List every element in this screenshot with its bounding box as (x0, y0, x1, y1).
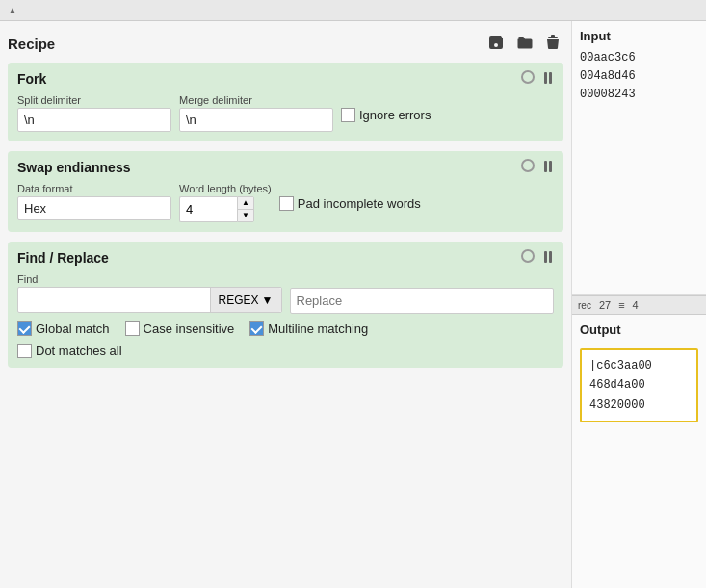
spinner-buttons: ▲ ▼ (237, 196, 254, 222)
input-line-2: 004a8d46 (580, 67, 698, 86)
word-length-group: Word length (bytes) ▲ ▼ (179, 183, 272, 222)
status-bar: rec 27 ≡ 4 (572, 295, 706, 315)
rec-value: 27 (599, 299, 611, 311)
swap-header: Swap endianness (17, 159, 554, 175)
pause-icon-swap (544, 161, 552, 172)
find-replace-inputs: Find REGEX ▼ (17, 273, 554, 314)
output-line-2: 468d4a00 (589, 375, 689, 395)
circle-icon (521, 70, 535, 84)
input-line-1: 00aac3c6 (580, 49, 698, 67)
ignore-errors-label[interactable]: Ignore errors (359, 108, 431, 122)
fork-title: Fork (17, 71, 46, 87)
replace-wrapper (290, 273, 555, 314)
data-format-group: Data format (17, 183, 171, 220)
split-label: Split delimiter (17, 94, 171, 106)
recipe-toolbar (484, 33, 563, 55)
find-replace-section: Find / Replace Find (8, 242, 563, 368)
find-replace-header: Find / Replace (17, 249, 554, 266)
pad-incomplete-row: Pad incomplete words (279, 196, 421, 211)
word-length-input[interactable] (179, 196, 237, 222)
ignore-errors-checkbox[interactable] (341, 108, 355, 122)
pad-incomplete-checkbox[interactable] (279, 196, 294, 211)
word-length-spinner: ▲ ▼ (179, 196, 272, 222)
pause-icon (544, 72, 552, 84)
swap-controls (519, 159, 554, 175)
col-icon: ≡ (618, 299, 624, 311)
data-format-input[interactable] (17, 196, 171, 220)
global-match-label[interactable]: Global match (36, 321, 110, 336)
find-replace-controls (519, 249, 554, 266)
find-input-row: REGEX ▼ (17, 287, 282, 313)
delete-button[interactable] (542, 33, 563, 55)
right-panel: Input 00aac3c6 004a8d46 00008243 rec 27 … (571, 21, 706, 588)
input-title: Input (580, 29, 698, 43)
find-text-input[interactable] (18, 288, 210, 312)
col-value: 4 (633, 299, 639, 311)
save-button[interactable] (484, 33, 508, 55)
spinner-up[interactable]: ▲ (238, 197, 253, 210)
split-delimiter-group: Split delimiter (17, 94, 171, 132)
input-content: 00aac3c6 004a8d46 00008243 (580, 49, 698, 105)
regex-chevron: ▼ (262, 294, 274, 307)
circle-icon-fr (521, 249, 535, 263)
multiline-label[interactable]: Multiline matching (268, 321, 368, 336)
swap-section: Swap endianness Data format (8, 151, 563, 232)
recipe-header: Recipe (8, 29, 563, 63)
swap-title: Swap endianness (17, 160, 130, 175)
pause-icon-fr (544, 251, 552, 263)
title-bar-arrow: ▲ (8, 5, 17, 15)
fork-form: Split delimiter Merge delimiter Ignore e… (17, 94, 554, 132)
data-format-label: Data format (17, 183, 171, 194)
regex-label: REGEX (219, 294, 259, 307)
case-insensitive-checkbox[interactable] (125, 321, 140, 336)
swap-pause-button[interactable] (542, 160, 554, 175)
multiline-checkbox[interactable] (249, 321, 264, 336)
output-section: Output |c6c3aa00 468d4a00 43820000 (572, 315, 706, 588)
fork-section: Fork Split delimiter (8, 63, 563, 141)
fork-controls (519, 70, 554, 87)
dot-matches-row: Dot matches all (17, 344, 122, 358)
merge-delimiter-input[interactable] (179, 108, 333, 132)
multiline-row: Multiline matching (249, 321, 368, 336)
case-insensitive-label[interactable]: Case insensitive (144, 321, 235, 336)
output-title: Output (580, 322, 698, 337)
checkboxes-row-2: Dot matches all (17, 344, 554, 358)
fork-header: Fork (17, 70, 554, 87)
regex-dropdown[interactable]: REGEX ▼ (210, 288, 281, 312)
rec-label: rec (578, 300, 591, 311)
fork-disable-button[interactable] (519, 70, 536, 87)
open-button[interactable] (513, 33, 536, 55)
global-match-row: Global match (17, 321, 110, 336)
recipe-title: Recipe (8, 36, 55, 52)
main-container: Recipe (0, 21, 706, 588)
swap-form: Data format Word length (bytes) ▲ ▼ (17, 183, 554, 222)
left-panel: Recipe (0, 21, 571, 588)
find-label: Find (17, 273, 282, 285)
output-content: |c6c3aa00 468d4a00 43820000 (580, 348, 698, 422)
pad-incomplete-label[interactable]: Pad incomplete words (298, 196, 421, 211)
dot-matches-label[interactable]: Dot matches all (36, 344, 122, 358)
find-replace-pause-button[interactable] (542, 250, 554, 266)
merge-delimiter-group: Merge delimiter (179, 94, 333, 132)
replace-input[interactable] (290, 288, 555, 314)
find-replace-disable-button[interactable] (519, 249, 536, 266)
checkboxes-row: Global match Case insensitive Multiline … (17, 321, 554, 336)
input-line-3: 00008243 (580, 86, 698, 104)
merge-label: Merge delimiter (179, 94, 333, 106)
title-bar: ▲ (0, 0, 706, 21)
spinner-down[interactable]: ▼ (238, 210, 253, 221)
word-length-label: Word length (bytes) (179, 183, 272, 194)
find-replace-title: Find / Replace (17, 250, 109, 266)
fork-pause-button[interactable] (542, 71, 554, 87)
split-delimiter-input[interactable] (17, 108, 171, 132)
case-insensitive-row: Case insensitive (125, 321, 235, 336)
global-match-checkbox[interactable] (17, 321, 32, 336)
find-input-wrapper: Find REGEX ▼ (17, 273, 282, 314)
input-section: Input 00aac3c6 004a8d46 00008243 (572, 21, 706, 295)
swap-disable-button[interactable] (519, 159, 536, 175)
circle-icon-swap (521, 159, 535, 172)
dot-matches-checkbox[interactable] (17, 344, 32, 358)
ignore-errors-row: Ignore errors (341, 108, 431, 122)
output-line-3: 43820000 (589, 396, 689, 415)
output-line-1: |c6c3aa00 (589, 356, 689, 375)
